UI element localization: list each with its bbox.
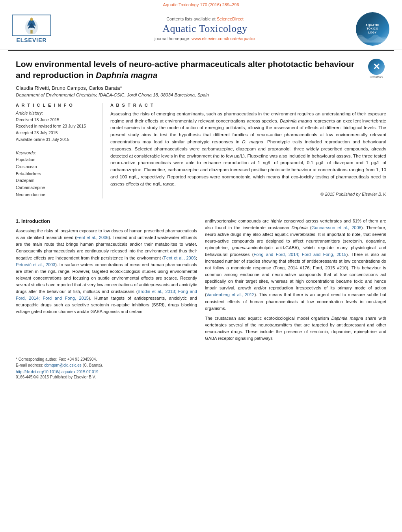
sciencedirect-line: Contents lists available at ScienceDirec… [63,17,347,21]
article-title-section: Low environmental levels of neuro-active… [16,59,386,81]
intro-para3: The crustacean and aquatic ecotoxicologi… [205,315,386,342]
journal-top-ref: Aquatic Toxicology 170 (2016) 289–296 [0,0,402,8]
footnote-email: E-mail address: cbmqam@cid.csic.es (C. B… [16,362,386,368]
keywords-label: Keywords: [16,150,96,155]
sciencedirect-link[interactable]: ScienceDirect [217,17,244,21]
svg-rect-3 [31,17,32,19]
introduction-heading: 1. Introduction [16,218,197,225]
doi-line[interactable]: http://dx.doi.org/10.1016/j.aquatox.2015… [16,370,386,374]
article-authors: Claudia Rivetti, Bruno Campos, Carlos Ba… [16,85,386,91]
article-info-label: A R T I C L E I N F O [16,103,96,108]
copyright-line: © 2015 Published by Elsevier B.V. [110,192,386,196]
keyword-item: Crustacean [16,163,96,171]
ref-link[interactable]: Fent et al., 2006 [164,256,196,260]
ref-link[interactable]: Fong and Ford, 2014; Ford and Fong, 2015 [254,252,346,257]
crossmark-badge[interactable]: ✕ CrossMark [367,59,386,78]
keyword-item: Population [16,156,96,163]
keywords-list: PopulationCrustaceanBeta-blockersDiazepa… [16,156,96,198]
body-content: 1. Introduction Assessing the risks of l… [0,212,402,353]
article-affiliation: Department of Environmental Chemistry, I… [16,93,386,97]
page: Aquatic Toxicology 170 (2016) 289–296 EL… [0,0,402,380]
elsevier-logo-box [12,15,51,36]
author-asterisk: * [120,85,122,91]
keyword-item: Carbamazepine [16,184,96,191]
journal-header: ELSEVIER Contents lists available at Sci… [0,8,402,50]
aquatic-toxicology-logo: AQUATICTOXICOLOGY [355,11,390,46]
abstract-text: Assessing the risks of emerging contamin… [110,111,386,188]
article-history-label: Article history: [16,111,96,115]
ref-link[interactable]: Vandenberg et al., 2012 [207,292,255,297]
ref-link[interactable]: Petrovič et al., 2003 [16,262,55,267]
elsevier-logo: ELSEVIER [8,15,55,43]
article-dates: Received 18 June 2015 Received in revise… [16,117,96,143]
article-history-block: Article history: Received 18 June 2015 R… [16,111,96,143]
left-col-divider [16,147,96,147]
journal-url[interactable]: www.elsevier.com/locate/aquatox [192,36,255,41]
journal-homepage-line: journal homepage: www.elsevier.com/locat… [63,36,347,41]
ref-link[interactable]: Brodin et al., 2013; Fong and Ford, 2014… [16,289,197,300]
keyword-item: Neuroendocrine [16,191,96,198]
issn-line: 0166-445X/© 2015 Published by Elsevier B… [16,375,386,379]
elsevier-text: ELSEVIER [16,37,47,43]
ref-link[interactable]: Gunnarsson et al., 2008 [311,225,361,230]
footnote-email-link[interactable]: cbmqam@cid.csic.es [44,363,82,367]
ref-link[interactable]: Fent et al., 2006 [76,235,109,240]
crossmark-circle: ✕ [368,59,385,75]
keyword-item: Beta-blockers [16,171,96,178]
intro-para1: Assessing the risks of long-term exposur… [16,228,197,315]
article-title: Low environmental levels of neuro-active… [16,59,361,81]
abstract-column: A B S T R A C T Assessing the risks of e… [110,103,386,198]
abstract-label: A B S T R A C T [110,103,386,108]
crossmark-icon: ✕ [373,63,380,71]
aquatic-logo-text: AQUATICTOXICOLOGY [364,23,381,34]
body-right-col: antihypertensive compounds are highly co… [205,218,386,345]
article-content: Low environmental levels of neuro-active… [0,51,402,206]
crossmark-label: CrossMark [370,76,383,78]
keyword-item: Diazepam [16,177,96,184]
article-info-column: A R T I C L E I N F O Article history: R… [16,103,102,198]
article-info-abstract-section: A R T I C L E I N F O Article history: R… [16,103,386,198]
keywords-block: Keywords: PopulationCrustaceanBeta-block… [16,150,96,198]
body-left-col: 1. Introduction Assessing the risks of l… [16,218,197,345]
footnote-area: * Corresponding author. Fax: +34 93 2045… [0,353,402,380]
intro-para2: antihypertensive compounds are highly co… [205,218,386,312]
journal-title-main: Aquatic Toxicology [63,23,347,35]
journal-center: Contents lists available at ScienceDirec… [55,17,355,41]
footnote-corresponding: * Corresponding author. Fax: +34 93 2045… [16,356,386,362]
